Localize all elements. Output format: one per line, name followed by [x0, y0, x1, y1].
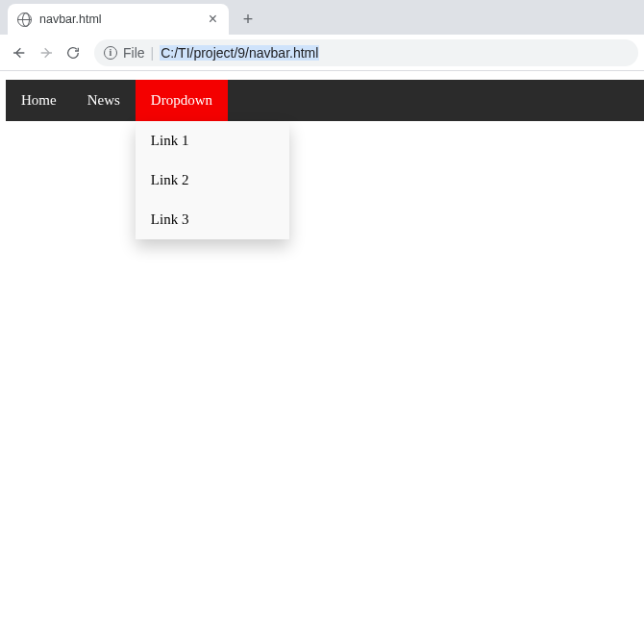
browser-tab[interactable]: navbar.html × [8, 4, 229, 35]
navbar: Home News Dropdown Link 1 Link 2 Link 3 [6, 80, 644, 121]
close-tab-button[interactable]: × [207, 12, 219, 27]
nav-dropdown: Dropdown Link 1 Link 2 Link 3 [136, 80, 228, 121]
forward-button[interactable] [33, 39, 60, 66]
new-tab-button[interactable]: + [235, 6, 261, 33]
globe-icon [17, 12, 32, 27]
dropdown-item-2[interactable]: Link 2 [136, 161, 289, 200]
address-bar[interactable]: i File | C:/TI/project/9/navbar.html [94, 39, 638, 66]
back-button[interactable] [6, 39, 33, 66]
dropdown-button[interactable]: Dropdown [136, 80, 228, 121]
browser-tab-strip: navbar.html × + [0, 0, 644, 35]
info-icon: i [104, 46, 117, 60]
reload-button[interactable] [60, 39, 87, 66]
arrow-left-icon [12, 45, 27, 61]
nav-link-home[interactable]: Home [6, 80, 72, 121]
page-content: Home News Dropdown Link 1 Link 2 Link 3 [0, 71, 644, 121]
reload-icon [65, 45, 81, 61]
nav-link-news[interactable]: News [72, 80, 136, 121]
browser-toolbar: i File | C:/TI/project/9/navbar.html [0, 35, 644, 71]
url-scheme-label: File [123, 45, 145, 61]
dropdown-item-3[interactable]: Link 3 [136, 200, 289, 239]
dropdown-item-1[interactable]: Link 1 [136, 121, 289, 161]
dropdown-menu: Link 1 Link 2 Link 3 [136, 121, 289, 239]
url-separator: | [151, 45, 155, 61]
arrow-right-icon [38, 45, 54, 61]
url-text: C:/TI/project/9/navbar.html [160, 45, 319, 61]
tab-title: navbar.html [39, 12, 207, 26]
